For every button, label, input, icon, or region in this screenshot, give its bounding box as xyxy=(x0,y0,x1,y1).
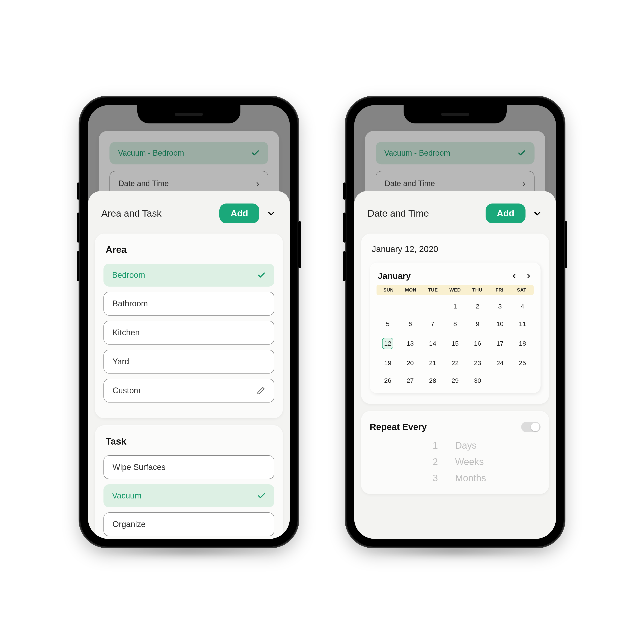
calendar-day-number: 20 xyxy=(407,359,414,367)
calendar-day[interactable]: 5 xyxy=(377,317,399,331)
calendar-day[interactable]: 17 xyxy=(489,334,511,352)
check-icon xyxy=(257,492,266,500)
calendar-weekday: FRI xyxy=(488,287,510,293)
task-option[interactable]: Organize xyxy=(103,512,274,536)
add-button[interactable]: Add xyxy=(219,204,259,223)
calendar-day-number: 24 xyxy=(496,359,503,367)
sheet-header: Date and Time Add xyxy=(354,191,556,234)
calendar-day[interactable]: 14 xyxy=(421,334,444,352)
calendar-day[interactable]: 28 xyxy=(421,374,444,388)
calendar-day-number: 6 xyxy=(409,320,412,328)
bottom-sheet-datetime: Date and Time Add January 12, 2020 Janua… xyxy=(354,191,556,539)
calendar-day[interactable]: 8 xyxy=(444,317,466,331)
calendar-day-number: 25 xyxy=(519,359,526,367)
calendar-day[interactable]: 11 xyxy=(511,317,534,331)
calendar-day-number: 18 xyxy=(519,340,526,347)
calendar-day[interactable]: 12 xyxy=(377,334,399,352)
task-section: Task Wipe SurfacesVacuumOrganize xyxy=(95,425,283,539)
calendar-day-number: 22 xyxy=(451,359,459,367)
side-button xyxy=(343,213,346,243)
calendar-day[interactable]: 27 xyxy=(399,374,422,388)
option-label: Bedroom xyxy=(112,270,145,280)
calendar-day[interactable]: 30 xyxy=(466,374,489,388)
option-label: Organize xyxy=(112,520,146,529)
calendar-day-empty xyxy=(421,299,444,313)
repeat-unit: Weeks xyxy=(455,456,528,467)
side-button xyxy=(77,251,79,281)
calendar-day-number: 28 xyxy=(429,377,436,384)
calendar-day-number: 30 xyxy=(474,377,481,384)
chevron-left-icon[interactable] xyxy=(510,272,518,280)
area-option[interactable]: Custom xyxy=(103,379,274,403)
calendar-day[interactable]: 13 xyxy=(399,334,422,352)
calendar-day[interactable]: 19 xyxy=(377,356,399,370)
calendar-day-number: 21 xyxy=(429,359,436,367)
calendar-day[interactable]: 26 xyxy=(377,374,399,388)
calendar-day[interactable]: 4 xyxy=(511,299,534,313)
toggle-knob xyxy=(531,423,539,431)
area-option[interactable]: Yard xyxy=(103,350,274,374)
calendar-day[interactable]: 10 xyxy=(489,317,511,331)
area-section: Area BedroomBathroomKitchenYardCustom xyxy=(95,234,283,418)
pencil-icon[interactable] xyxy=(257,386,265,395)
selected-date-label: January 12, 2020 xyxy=(370,244,541,254)
calendar-day-empty xyxy=(377,299,399,313)
calendar-day[interactable]: 1 xyxy=(444,299,466,313)
calendar-day-number: 12 xyxy=(382,338,393,349)
calendar-day[interactable]: 25 xyxy=(511,356,534,370)
calendar-day[interactable]: 29 xyxy=(444,374,466,388)
repeat-toggle[interactable] xyxy=(521,422,541,432)
calendar-day[interactable]: 20 xyxy=(399,356,422,370)
add-button[interactable]: Add xyxy=(486,204,526,223)
calendar-day[interactable]: 3 xyxy=(489,299,511,313)
calendar-day-number: 11 xyxy=(519,320,526,328)
calendar-day[interactable]: 18 xyxy=(511,334,534,352)
repeat-picker[interactable]: 1Days2Weeks3Months xyxy=(370,440,541,483)
calendar-day[interactable]: 15 xyxy=(444,334,466,352)
area-option[interactable]: Bathroom xyxy=(103,292,274,316)
area-option[interactable]: Kitchen xyxy=(103,321,274,345)
calendar-day-number: 29 xyxy=(451,377,459,384)
side-button xyxy=(77,182,79,200)
area-option[interactable]: Bedroom xyxy=(103,264,274,287)
calendar-header: January xyxy=(377,271,534,281)
repeat-number: 1 xyxy=(383,440,455,451)
calendar-day[interactable]: 2 xyxy=(466,299,489,313)
side-button xyxy=(77,213,79,243)
repeat-section: Repeat Every 1Days2Weeks3Months xyxy=(361,411,549,494)
chevron-right-icon[interactable] xyxy=(525,272,532,280)
screen: Vacuum - Bedroom Date and Time › Area an… xyxy=(88,105,290,539)
calendar-weekday: WED xyxy=(444,287,466,293)
calendar-section: January 12, 2020 January SU xyxy=(361,234,549,404)
calendar-day-number: 16 xyxy=(474,340,481,347)
calendar-month-label: January xyxy=(378,271,411,281)
repeat-unit: Days xyxy=(455,440,528,451)
sheet-title: Area and Task xyxy=(101,208,213,219)
calendar-day[interactable]: 23 xyxy=(466,356,489,370)
calendar-weekday: SUN xyxy=(377,287,399,293)
calendar-day-number: 3 xyxy=(498,303,502,310)
task-options-list: Wipe SurfacesVacuumOrganize xyxy=(103,455,274,536)
task-option[interactable]: Wipe Surfaces xyxy=(103,455,274,479)
calendar-day[interactable]: 7 xyxy=(421,317,444,331)
calendar-day[interactable]: 24 xyxy=(489,356,511,370)
sheet-header: Area and Task Add xyxy=(88,191,290,234)
chevron-down-icon[interactable] xyxy=(532,208,543,219)
phone-mockup-left: Vacuum - Bedroom Date and Time › Area an… xyxy=(79,97,298,547)
calendar-day-number: 2 xyxy=(476,303,479,310)
option-label: Wipe Surfaces xyxy=(112,463,166,472)
calendar-day[interactable]: 16 xyxy=(466,334,489,352)
calendar-day[interactable]: 6 xyxy=(399,317,422,331)
calendar-day-number: 5 xyxy=(386,320,390,328)
repeat-unit: Months xyxy=(455,473,528,483)
calendar-weekday-row: SUNMONTUEWEDTHUFRISAT xyxy=(377,285,534,295)
task-option[interactable]: Vacuum xyxy=(103,484,274,507)
calendar-day[interactable]: 21 xyxy=(421,356,444,370)
calendar-day-number: 10 xyxy=(496,320,503,328)
calendar-day[interactable]: 22 xyxy=(444,356,466,370)
repeat-title: Repeat Every xyxy=(370,422,427,432)
calendar-day[interactable]: 9 xyxy=(466,317,489,331)
calendar-weekday: MON xyxy=(399,287,422,293)
calendar-day-number: 14 xyxy=(429,340,436,347)
chevron-down-icon[interactable] xyxy=(266,208,276,219)
